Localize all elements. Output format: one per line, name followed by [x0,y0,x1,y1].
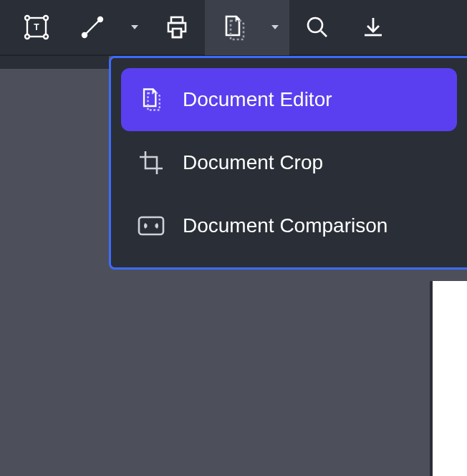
svg-point-4 [44,34,48,39]
menu-item-document-comparison[interactable]: Document Comparison [121,194,457,257]
svg-text:T: T [34,22,39,32]
menu-item-label: Document Crop [183,151,323,174]
svg-line-6 [85,19,100,35]
download-icon [360,14,387,41]
document-editor-icon [137,86,165,113]
crop-icon [137,150,165,176]
line-icon [79,14,106,41]
search-button[interactable] [289,0,345,55]
app-root: T [0,0,467,476]
document-tool-button[interactable] [205,0,261,55]
svg-rect-14 [139,217,163,234]
document-tool-split [205,0,289,55]
svg-point-11 [308,18,322,32]
toolbar-shadow [0,56,109,69]
toolbar: T [0,0,467,56]
menu-item-document-crop[interactable]: Document Crop [121,131,457,194]
download-button[interactable] [345,0,401,55]
svg-line-12 [321,31,327,37]
svg-point-8 [98,17,102,22]
chevron-down-icon [270,22,280,32]
line-tool-button[interactable] [64,0,120,55]
svg-point-7 [82,33,87,37]
line-tool-dropdown[interactable] [120,0,149,55]
print-button[interactable] [149,0,205,55]
document-page-edge [430,281,467,476]
document-tool-dropdown[interactable] [261,0,289,55]
svg-point-2 [44,16,48,20]
menu-item-label: Document Comparison [183,214,387,237]
compare-icon [137,214,165,237]
chevron-down-icon [130,22,140,32]
print-icon [163,13,191,42]
document-tool-menu: Document Editor Document Crop Document C… [109,56,467,270]
svg-rect-10 [173,29,181,37]
svg-point-3 [25,34,29,39]
search-icon [304,14,331,41]
menu-item-label: Document Editor [183,88,332,111]
document-editor-icon [218,12,248,42]
text-frame-button[interactable]: T [9,0,64,55]
menu-item-document-editor[interactable]: Document Editor [121,68,457,131]
text-frame-icon: T [23,14,50,41]
svg-point-1 [25,16,29,20]
